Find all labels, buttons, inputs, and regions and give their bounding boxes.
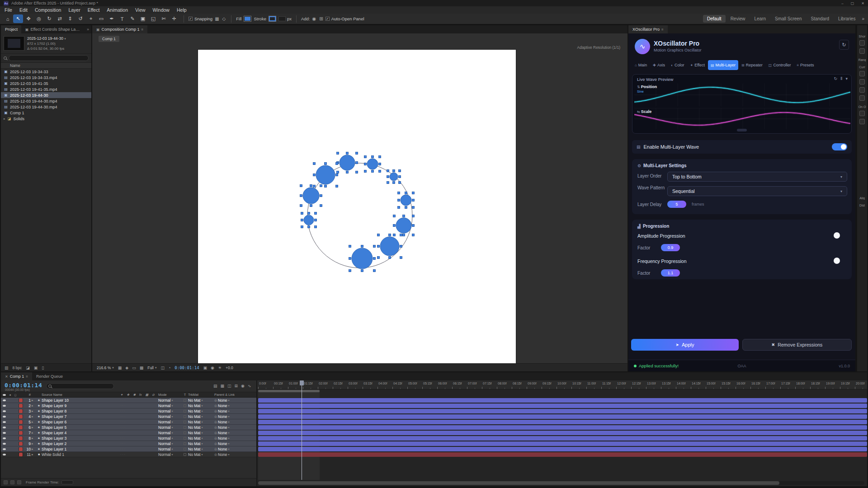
layer-duration-bar[interactable] <box>258 436 867 441</box>
layer-name[interactable]: Shape Layer 6 <box>42 420 118 424</box>
selection-handle[interactable] <box>379 156 381 158</box>
track-matte-select[interactable]: No Mat▾ <box>188 398 213 403</box>
layer-switches[interactable]: · · · <box>118 409 156 413</box>
expand-layer-arrow[interactable]: ▸ <box>32 426 36 429</box>
selection-handle[interactable] <box>313 163 316 165</box>
wave-pattern-select[interactable]: Sequential ▾ <box>667 186 847 196</box>
project-item[interactable]: ▤2025-12-03 19-41-35.mp4 <box>1 86 91 92</box>
video-toggle[interactable] <box>1 427 7 428</box>
selection-handle[interactable] <box>387 182 389 184</box>
blend-mode-select[interactable]: Normal▾ <box>156 431 182 435</box>
layer-name[interactable]: Shape Layer 9 <box>42 404 118 408</box>
collapsed-panel-icon[interactable] <box>859 95 865 101</box>
layer-switches[interactable]: · · · <box>118 426 156 429</box>
stroke-width-field[interactable] <box>278 16 286 21</box>
project-item[interactable]: ▣2025-12-03 19-44-30 <box>1 92 91 98</box>
selection-handle[interactable] <box>379 163 381 165</box>
video-toggle[interactable] <box>1 416 7 418</box>
selection-handle[interactable] <box>320 185 322 187</box>
project-item[interactable]: ▣2025-12-03 19-34-33 <box>1 69 91 75</box>
label-color-chip[interactable] <box>18 426 24 429</box>
track-matte-select[interactable]: No Mat▾ <box>188 441 213 446</box>
motion-blur-icon[interactable]: ◉ <box>241 384 245 388</box>
preserve-transparency-toggle[interactable] <box>182 426 188 429</box>
menu-animation[interactable]: Animation <box>103 7 132 13</box>
layer-row-3[interactable]: 3▸★Shape Layer 8· · ·Normal▾No Mat▾◎None… <box>1 408 256 414</box>
show-channels-icon[interactable]: ◉ <box>211 366 214 370</box>
region-of-interest-icon[interactable]: ▭ <box>132 366 136 370</box>
folder-expand-caret[interactable]: ▸ <box>4 117 5 121</box>
label-color-chip[interactable] <box>18 442 24 446</box>
refresh-preview-icon[interactable]: ↻ <box>834 76 837 81</box>
selection-handle[interactable] <box>346 152 349 155</box>
video-toggle[interactable] <box>1 448 7 450</box>
collapse-preview-icon[interactable]: ▾ <box>845 76 848 81</box>
layer-duration-bar[interactable] <box>258 441 867 446</box>
label-color-chip[interactable] <box>18 399 24 402</box>
tab-xoscillator[interactable]: XOscillator Pro ≡ <box>628 25 668 33</box>
workspace-overflow-icon[interactable]: » <box>861 16 865 21</box>
selection-handle[interactable] <box>393 215 396 217</box>
workspace-standard[interactable]: Standard <box>807 15 833 23</box>
selection-handle[interactable] <box>301 219 303 221</box>
comp-mini-flowchart-icon[interactable]: ▤ <box>213 384 217 388</box>
track-matte-select[interactable]: No Mat▾ <box>188 409 213 413</box>
selection-handle[interactable] <box>403 234 405 236</box>
shape-tool[interactable]: ▭ <box>96 14 106 23</box>
selection-handle[interactable] <box>300 195 302 197</box>
video-toggle[interactable] <box>1 399 7 401</box>
layer-name[interactable]: Shape Layer 4 <box>42 431 118 435</box>
layer-duration-bar[interactable] <box>258 404 867 408</box>
shape-layer-ellipse[interactable] <box>313 163 338 188</box>
selection-handle[interactable] <box>308 226 310 228</box>
parent-link-select[interactable]: ◎None▾ <box>213 404 256 408</box>
expand-layer-arrow[interactable]: ▸ <box>32 404 36 408</box>
maximize-button[interactable]: ▢ <box>851 1 854 5</box>
toggle-layer-switches-button[interactable] <box>4 480 8 484</box>
layer-switches[interactable]: · · · <box>118 415 156 418</box>
new-folder-icon[interactable]: ◪ <box>26 366 30 370</box>
selection-tool[interactable]: ↖ <box>13 14 23 23</box>
tab-overflow-icon[interactable]: » <box>85 25 91 33</box>
track-matte-select[interactable]: No Mat▾ <box>188 414 213 419</box>
selection-handle[interactable] <box>393 170 395 172</box>
scrollbar-thumb[interactable] <box>258 481 779 485</box>
shape-layer-ellipse[interactable] <box>387 170 401 184</box>
layer-row-1[interactable]: 1▸★Shape Layer 10· · ·Normal▾No Mat▾◎Non… <box>1 398 256 403</box>
selection-handle[interactable] <box>399 176 401 178</box>
pause-preview-icon[interactable]: Ⅱ <box>840 76 842 81</box>
video-toggle[interactable] <box>1 421 7 423</box>
layer-row-2[interactable]: 2▸★Shape Layer 9· · ·Normal▾No Mat▾◎None… <box>1 403 256 408</box>
label-color-chip[interactable] <box>18 431 24 435</box>
selection-handle[interactable] <box>336 163 338 165</box>
menu-composition[interactable]: Composition <box>31 7 65 13</box>
blend-mode-select[interactable]: Normal▾ <box>156 414 182 419</box>
chevron-down-icon[interactable]: ▾ <box>64 37 66 40</box>
menu-window[interactable]: Window <box>149 7 173 13</box>
rotation-tool[interactable]: ↺ <box>75 14 85 23</box>
tab-effect-controls[interactable]: ▣ Effect Controls Shape Layer 1 <box>21 25 85 33</box>
selection-handle[interactable] <box>387 170 389 172</box>
snapshot-icon[interactable]: ▣ <box>203 366 208 370</box>
blend-mode-select[interactable]: Normal▾ <box>156 404 182 408</box>
selection-handle[interactable] <box>337 171 339 174</box>
exposure-icon[interactable]: ☀ <box>218 366 222 370</box>
selection-handle[interactable] <box>310 185 312 187</box>
selection-handle[interactable] <box>373 270 376 272</box>
amplitude-progression-toggle[interactable] <box>834 232 840 239</box>
selection-handle[interactable] <box>373 245 376 248</box>
graph-editor-icon[interactable]: ∿ <box>248 384 251 388</box>
selection-handle[interactable] <box>399 170 401 172</box>
layer-row-8[interactable]: 8▸★Shape Layer 3· · ·Normal▾No Mat▾◎None… <box>1 436 256 441</box>
shape-layer-ellipse[interactable] <box>398 192 415 209</box>
selection-handle[interactable] <box>320 195 322 197</box>
osc-tab-multi-layer[interactable]: ▤Multi-Layer <box>708 60 738 70</box>
selection-handle[interactable] <box>412 192 415 194</box>
collapsed-panel-curr[interactable]: Curr <box>857 66 867 69</box>
layer-name[interactable]: Shape Layer 3 <box>42 436 118 441</box>
remove-expressions-button[interactable]: ✖ Remove Expressions <box>742 339 852 351</box>
project-list-header[interactable]: Name <box>1 62 91 69</box>
fill-color-swatch[interactable] <box>244 16 251 21</box>
orbit-camera-tool[interactable]: ↻ <box>44 14 54 23</box>
menu-file[interactable]: File <box>1 7 16 13</box>
